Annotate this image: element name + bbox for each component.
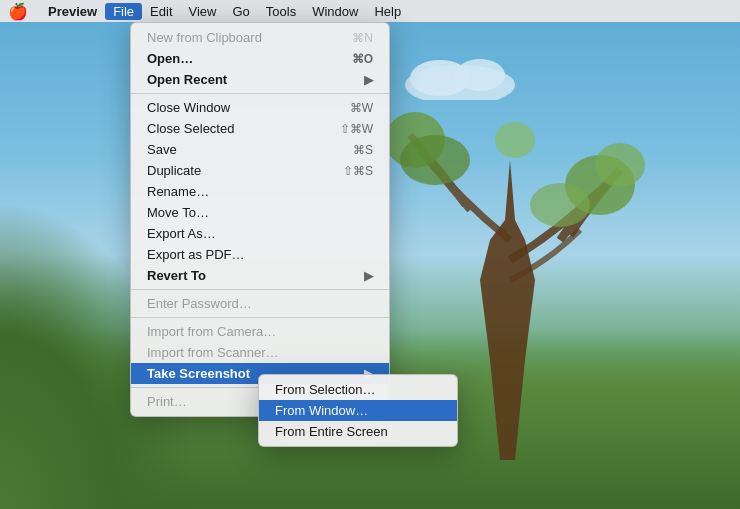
take-screenshot-submenu: From Selection… From Window… From Entire… <box>258 374 458 447</box>
menu-item-export-as-pdf[interactable]: Export as PDF… <box>131 244 389 265</box>
menu-item-import-camera[interactable]: Import from Camera… <box>131 321 389 342</box>
menu-item-save[interactable]: Save ⌘S <box>131 139 389 160</box>
svg-point-4 <box>530 183 590 227</box>
menu-item-new-from-clipboard[interactable]: New from Clipboard ⌘N <box>131 27 389 48</box>
svg-point-8 <box>455 59 505 91</box>
menu-separator-2 <box>131 289 389 290</box>
menu-item-revert-to[interactable]: Revert To ▶ <box>131 265 389 286</box>
menubar-item-edit[interactable]: Edit <box>142 3 180 20</box>
menu-item-export-as[interactable]: Export As… <box>131 223 389 244</box>
menu-separator-3 <box>131 317 389 318</box>
menu-item-from-window[interactable]: From Window… <box>259 400 457 421</box>
menu-item-close-selected[interactable]: Close Selected ⇧⌘W <box>131 118 389 139</box>
menu-item-from-selection[interactable]: From Selection… <box>259 379 457 400</box>
menubar-item-help[interactable]: Help <box>366 3 409 20</box>
menubar-item-tools[interactable]: Tools <box>258 3 304 20</box>
menu-item-close-window[interactable]: Close Window ⌘W <box>131 97 389 118</box>
menubar-item-preview[interactable]: Preview <box>40 3 105 20</box>
menu-item-enter-password[interactable]: Enter Password… <box>131 293 389 314</box>
menu-item-import-scanner[interactable]: Import from Scanner… <box>131 342 389 363</box>
apple-menu-icon[interactable]: 🍎 <box>8 2 28 21</box>
svg-point-3 <box>400 135 470 185</box>
menu-item-from-entire-screen[interactable]: From Entire Screen <box>259 421 457 442</box>
file-menu-dropdown: New from Clipboard ⌘N Open… ⌘O Open Rece… <box>130 22 390 417</box>
menu-item-open-recent[interactable]: Open Recent ▶ <box>131 69 389 90</box>
svg-point-5 <box>495 122 535 158</box>
menu-item-move-to[interactable]: Move To… <box>131 202 389 223</box>
menubar: 🍎 Preview File Edit View Go Tools Window… <box>0 0 740 22</box>
menubar-item-file[interactable]: File <box>105 3 142 20</box>
menu-item-open[interactable]: Open… ⌘O <box>131 48 389 69</box>
cloud-graphic <box>400 50 520 100</box>
menu-item-rename[interactable]: Rename… <box>131 181 389 202</box>
svg-point-1 <box>595 143 645 187</box>
menubar-item-window[interactable]: Window <box>304 3 366 20</box>
menubar-item-go[interactable]: Go <box>224 3 257 20</box>
menubar-item-view[interactable]: View <box>181 3 225 20</box>
menu-item-duplicate[interactable]: Duplicate ⇧⌘S <box>131 160 389 181</box>
menu-separator-1 <box>131 93 389 94</box>
